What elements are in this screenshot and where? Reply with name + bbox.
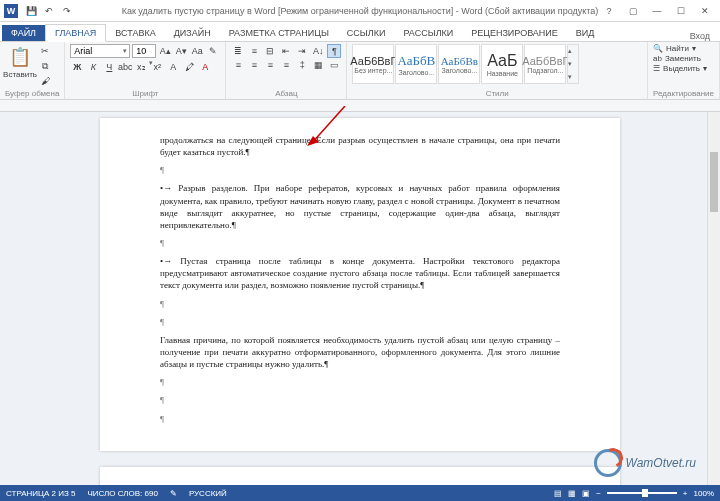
document-area: продолжаться на следующей странице. Если… <box>0 100 720 485</box>
paste-label: Вставить <box>3 70 37 79</box>
zoom-out-icon[interactable]: − <box>596 489 601 498</box>
italic-icon[interactable]: К <box>86 60 100 74</box>
change-case-icon[interactable]: Aa <box>190 44 204 58</box>
tab-insert[interactable]: ВСТАВКА <box>106 25 164 41</box>
redo-icon[interactable]: ↷ <box>60 4 74 18</box>
zoom-in-icon[interactable]: + <box>683 489 688 498</box>
dec-indent-icon[interactable]: ⇤ <box>279 44 293 58</box>
font-name-select[interactable]: Arial <box>70 44 130 58</box>
status-language[interactable]: РУССКИЙ <box>189 489 227 498</box>
tab-file[interactable]: ФАЙЛ <box>2 25 45 41</box>
underline-icon[interactable]: Ч <box>102 60 116 74</box>
group-clipboard: 📋 Вставить ✂ ⧉ 🖌 Буфер обмена <box>0 42 65 99</box>
tab-design[interactable]: ДИЗАЙН <box>165 25 220 41</box>
save-icon[interactable]: 💾 <box>24 4 38 18</box>
format-painter-icon[interactable]: 🖌 <box>38 74 52 88</box>
zoom-value[interactable]: 100% <box>694 489 714 498</box>
find-button[interactable]: 🔍Найти ▾ <box>653 44 714 53</box>
style-subtitle[interactable]: АаБбВвГПодзагол... <box>524 44 566 84</box>
grow-font-icon[interactable]: A▴ <box>158 44 172 58</box>
tab-layout[interactable]: РАЗМЕТКА СТРАНИЦЫ <box>220 25 338 41</box>
style-title[interactable]: АаБНазвание <box>481 44 523 84</box>
shading-icon[interactable]: ▦ <box>311 58 325 72</box>
copy-icon[interactable]: ⧉ <box>38 59 52 73</box>
font-group-label: Шрифт <box>70 89 220 99</box>
select-button[interactable]: ☰Выделить ▾ <box>653 64 714 73</box>
bold-icon[interactable]: Ж <box>70 60 84 74</box>
pilcrow-icon[interactable]: ¶ <box>327 44 341 58</box>
maximize-icon[interactable]: ☐ <box>670 2 692 20</box>
strike-icon[interactable]: abc <box>118 60 132 74</box>
paste-button[interactable]: 📋 Вставить <box>5 44 35 80</box>
document-page-2[interactable]: Как удалить пустой лист в Word при помощ… <box>100 467 620 485</box>
minimize-icon[interactable]: — <box>646 2 668 20</box>
view-web-icon[interactable]: ▣ <box>582 489 590 498</box>
empty-paragraph: ¶ <box>160 237 560 249</box>
ribbon-options-icon[interactable]: ▢ <box>622 2 644 20</box>
zoom-slider[interactable] <box>607 492 677 494</box>
cut-icon[interactable]: ✂ <box>38 44 52 58</box>
bullets-icon[interactable]: ≣ <box>231 44 245 58</box>
tab-home[interactable]: ГЛАВНАЯ <box>45 24 106 42</box>
tab-view[interactable]: ВИД <box>567 25 604 41</box>
subscript-icon[interactable]: x₂ <box>134 60 148 74</box>
empty-paragraph: ¶ <box>160 164 560 176</box>
line-spacing-icon[interactable]: ‡ <box>295 58 309 72</box>
replace-button[interactable]: abЗаменить <box>653 54 714 63</box>
group-font: Arial 10 A▴ A▾ Aa ✎ Ж К Ч abc x₂ x² A 🖍 … <box>65 42 226 99</box>
style-heading1[interactable]: АаБбВЗаголово... <box>395 44 437 84</box>
scrollbar-thumb[interactable] <box>710 152 718 212</box>
font-size-select[interactable]: 10 <box>132 44 156 58</box>
status-proofing-icon[interactable]: ✎ <box>170 489 177 498</box>
shrink-font-icon[interactable]: A▾ <box>174 44 188 58</box>
styles-expand-icon[interactable]: ▴▾▾ <box>567 44 579 84</box>
vertical-scrollbar[interactable] <box>707 112 720 485</box>
highlight-icon[interactable]: 🖍 <box>182 60 196 74</box>
view-print-icon[interactable]: ▦ <box>568 489 576 498</box>
view-read-icon[interactable]: ▤ <box>554 489 562 498</box>
signin-link[interactable]: Вход <box>690 31 720 41</box>
clipboard-group-label: Буфер обмена <box>5 89 59 99</box>
text-effect-icon[interactable]: A <box>166 60 180 74</box>
empty-paragraph: ¶ <box>160 376 560 388</box>
tab-references[interactable]: ССЫЛКИ <box>338 25 395 41</box>
paragraph: •→ Пустая страница после таблицы в конце… <box>150 255 560 291</box>
group-paragraph: ≣ ≡ ⊟ ⇤ ⇥ A↓ ¶ ≡ ≡ ≡ ≡ ‡ ▦ ▭ Абзац <box>226 42 347 99</box>
para-group-label: Абзац <box>231 89 341 99</box>
justify-icon[interactable]: ≡ <box>279 58 293 72</box>
inc-indent-icon[interactable]: ⇥ <box>295 44 309 58</box>
clear-format-icon[interactable]: ✎ <box>206 44 220 58</box>
paste-icon: 📋 <box>8 45 32 69</box>
tab-mailings[interactable]: РАССЫЛКИ <box>394 25 462 41</box>
numbering-icon[interactable]: ≡ <box>247 44 261 58</box>
word-app-icon: W <box>4 4 18 18</box>
font-color-icon[interactable]: A <box>198 60 212 74</box>
group-styles: АаБ6ВвГБез интер... АаБбВЗаголово... АаБ… <box>347 42 648 99</box>
empty-paragraph: ¶ <box>160 394 560 406</box>
close-icon[interactable]: ✕ <box>694 2 716 20</box>
paragraph: Главная причина, по которой появляется н… <box>160 334 560 370</box>
quick-access-toolbar: 💾 ↶ ↷ <box>24 4 74 18</box>
undo-icon[interactable]: ↶ <box>42 4 56 18</box>
editing-group-label: Редактирование <box>653 89 714 99</box>
align-center-icon[interactable]: ≡ <box>247 58 261 72</box>
borders-icon[interactable]: ▭ <box>327 58 341 72</box>
ruler[interactable] <box>0 100 720 112</box>
style-heading2[interactable]: АаБбВвЗаголово... <box>438 44 480 84</box>
select-icon: ☰ <box>653 64 660 73</box>
align-left-icon[interactable]: ≡ <box>231 58 245 72</box>
tab-review[interactable]: РЕЦЕНЗИРОВАНИЕ <box>462 25 567 41</box>
paragraph: •→ Разрыв разделов. При наборе рефератов… <box>150 182 560 231</box>
titlebar: W 💾 ↶ ↷ Как удалить пустую страницу в Wo… <box>0 0 720 22</box>
window-title: Как удалить пустую страницу в Word [Режи… <box>122 6 599 16</box>
sort-icon[interactable]: A↓ <box>311 44 325 58</box>
document-page-1[interactable]: продолжаться на следующей странице. Если… <box>100 118 620 451</box>
help-icon[interactable]: ? <box>598 2 620 20</box>
multilevel-icon[interactable]: ⊟ <box>263 44 277 58</box>
find-icon: 🔍 <box>653 44 663 53</box>
styles-group-label: Стили <box>352 89 642 99</box>
status-page[interactable]: СТРАНИЦА 2 ИЗ 5 <box>6 489 75 498</box>
style-normal[interactable]: АаБ6ВвГБез интер... <box>352 44 394 84</box>
align-right-icon[interactable]: ≡ <box>263 58 277 72</box>
status-words[interactable]: ЧИСЛО СЛОВ: 690 <box>87 489 157 498</box>
